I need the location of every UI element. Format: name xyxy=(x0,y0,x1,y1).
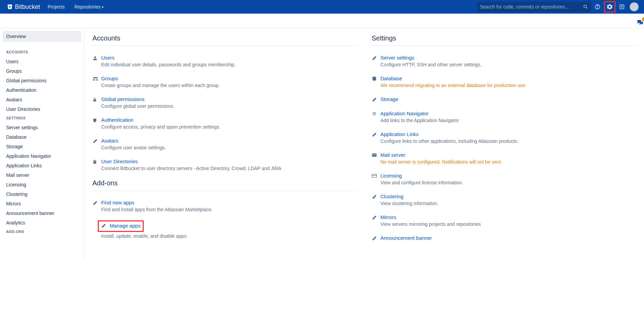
admin-item-desc: Configure access, privacy and spam preve… xyxy=(101,124,358,130)
admin-item-link[interactable]: User Directories xyxy=(101,158,138,164)
sidebar-item[interactable]: Users xyxy=(3,57,81,66)
section-heading-accounts: Accounts xyxy=(92,34,358,46)
svg-rect-13 xyxy=(94,161,96,162)
admin-item-body: ClusteringView clustering information. xyxy=(380,194,637,206)
admin-item-link[interactable]: Application Links xyxy=(380,131,419,137)
admin-item-link[interactable]: Mail server xyxy=(380,152,405,158)
admin-item-link[interactable]: Global permissions xyxy=(101,96,145,102)
admin-item: Global permissionsConfigure global user … xyxy=(92,93,358,114)
sidebar-item[interactable]: Clustering xyxy=(3,189,81,199)
admin-item-desc: Create groups and manage the users withi… xyxy=(101,83,358,88)
nav-projects[interactable]: Projects xyxy=(43,4,70,10)
admin-item-body: Announcement banner xyxy=(380,235,637,241)
admin-item-body: DatabaseWe recommend migrating to an ext… xyxy=(380,75,637,88)
svg-point-7 xyxy=(94,56,96,58)
lock-icon xyxy=(92,96,101,109)
admin-item-link[interactable]: Announcement banner xyxy=(380,235,432,241)
sidebar-item[interactable]: Mail server xyxy=(3,170,81,180)
admin-item: Announcement banner xyxy=(372,232,637,246)
sidebar-item[interactable]: Licensing xyxy=(3,180,81,189)
admin-item-desc: Configure global user permissions. xyxy=(101,103,358,109)
admin-item-warning: We recommend migrating to an external da… xyxy=(380,83,637,88)
admin-item-body: GroupsCreate groups and manage the users… xyxy=(101,75,358,88)
admin-item-body: User DirectoriesConnect Bitbucket to use… xyxy=(101,158,358,171)
admin-item-link[interactable]: Users xyxy=(101,55,114,61)
admin-item-body: Global permissionsConfigure global user … xyxy=(101,96,358,109)
user-icon xyxy=(92,55,101,67)
avatar-icon xyxy=(630,2,639,11)
settings-gear-icon[interactable] xyxy=(604,1,615,13)
admin-item-desc: View clustering information. xyxy=(380,201,637,206)
sidebar-item[interactable]: User Directories xyxy=(3,104,81,114)
tools-icon xyxy=(372,96,380,102)
sidebar-item[interactable]: Server settings xyxy=(3,123,81,132)
admin-item-desc: Add links to the Application Navigator xyxy=(380,118,637,123)
sidebar-item[interactable]: Groups xyxy=(3,66,81,76)
sidebar-item[interactable]: Avatars xyxy=(3,95,81,104)
svg-point-0 xyxy=(584,5,587,8)
feedback-badge[interactable]: 1 xyxy=(636,19,644,27)
admin-item-body: Storage xyxy=(380,96,637,102)
sidebar-overview[interactable]: Overview xyxy=(3,31,81,42)
admin-item-link[interactable]: Avatars xyxy=(101,138,119,144)
admin-item-link[interactable]: Database xyxy=(380,75,402,81)
sub-toolbar xyxy=(0,14,644,28)
main-layout: Overview ACCOUNTSUsersGroupsGlobal permi… xyxy=(0,28,644,259)
logo[interactable]: Bitbucket xyxy=(4,3,43,11)
admin-item-desc: Find and install apps from the Atlassian… xyxy=(101,207,358,212)
search-box[interactable] xyxy=(477,2,591,12)
admin-item-link[interactable]: Find new apps xyxy=(101,200,135,205)
section-heading-settings: Settings xyxy=(372,34,637,46)
sidebar-item[interactable]: Application Links xyxy=(3,161,81,170)
admin-item-link[interactable]: Mirrors xyxy=(380,214,396,220)
admin-item: DatabaseWe recommend migrating to an ext… xyxy=(372,72,637,93)
whatsnew-icon[interactable] xyxy=(616,1,628,13)
sidebar-item[interactable]: Analytics xyxy=(3,218,81,228)
svg-rect-12 xyxy=(93,160,96,164)
menu-icon xyxy=(372,111,380,123)
admin-item-link[interactable]: Manage apps xyxy=(110,223,141,229)
admin-item-link[interactable]: Storage xyxy=(380,96,398,102)
highlight-box: Manage apps xyxy=(98,220,144,232)
admin-item-desc: Configure HTTP, SSH and other server set… xyxy=(380,62,637,67)
nav-repositories-label: Repositories xyxy=(74,4,101,10)
admin-item-link[interactable]: Authentication xyxy=(101,117,133,123)
admin-item: Manage appsInstall, update, enable, and … xyxy=(92,217,358,244)
admin-item-body: Find new appsFind and install apps from … xyxy=(101,200,358,212)
search-input[interactable] xyxy=(480,4,583,10)
sidebar-item[interactable]: Application Navigator xyxy=(3,151,81,161)
admin-item-desc: Configure links to other applications, i… xyxy=(380,138,637,144)
admin-item-desc: View and configure license information. xyxy=(380,180,637,185)
brand-name: Bitbucket xyxy=(15,3,40,11)
help-icon[interactable] xyxy=(592,1,603,13)
admin-item-link[interactable]: Groups xyxy=(101,75,118,81)
admin-item-body: Application LinksConfigure links to othe… xyxy=(380,131,637,144)
admin-item-body: LicensingView and configure license info… xyxy=(380,173,637,185)
content: Accounts UsersEdit individual user detai… xyxy=(84,28,644,259)
tools-icon xyxy=(372,131,380,144)
user-avatar[interactable] xyxy=(628,1,640,13)
admin-item-link[interactable]: Application Navigator xyxy=(380,111,429,116)
card-icon xyxy=(372,173,380,185)
sidebar-item[interactable]: Announcement banner xyxy=(3,208,81,218)
admin-item-body: Manage appsInstall, update, enable, and … xyxy=(101,220,358,239)
admin-item-body: MirrorsView servers mirroring projects a… xyxy=(380,214,637,227)
sidebar-item[interactable]: Storage xyxy=(3,142,81,151)
svg-point-3 xyxy=(597,8,597,8)
svg-point-8 xyxy=(93,77,95,79)
admin-item-desc: Install, update, enable, and disable app… xyxy=(101,233,358,239)
book-icon xyxy=(92,158,101,171)
search-icon[interactable] xyxy=(583,4,588,10)
admin-item-body: Server settingsConfigure HTTP, SSH and o… xyxy=(380,55,637,67)
admin-item-desc: Connect Bitbucket to user directory serv… xyxy=(101,166,358,171)
sidebar-item[interactable]: Database xyxy=(3,132,81,142)
admin-item-link[interactable]: Clustering xyxy=(380,194,404,199)
header-left: Bitbucket Projects Repositories ▾ xyxy=(4,3,477,11)
nav-repositories[interactable]: Repositories ▾ xyxy=(70,4,109,10)
sidebar-item[interactable]: Mirrors xyxy=(3,199,81,208)
admin-item: Application NavigatorAdd links to the Ap… xyxy=(372,107,637,128)
admin-item-link[interactable]: Licensing xyxy=(380,173,402,179)
sidebar-item[interactable]: Global permissions xyxy=(3,76,81,85)
admin-item-link[interactable]: Server settings xyxy=(380,55,414,61)
sidebar-item[interactable]: Authentication xyxy=(3,85,81,95)
